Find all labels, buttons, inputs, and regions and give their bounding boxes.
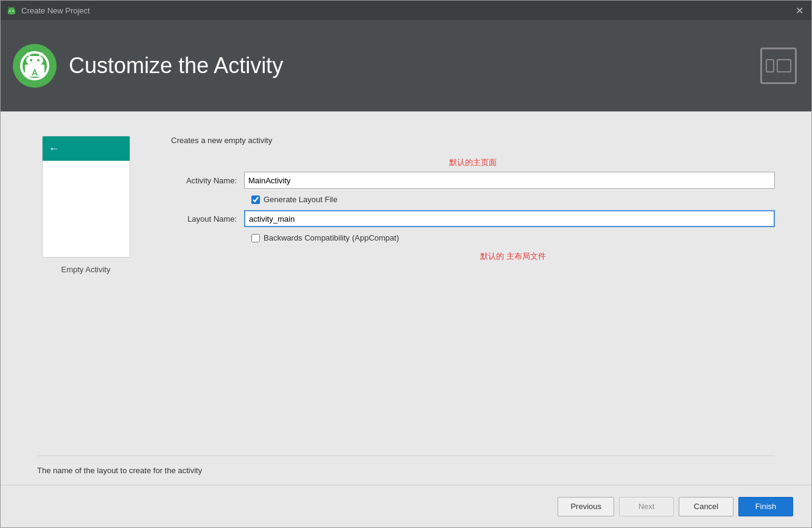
generate-layout-row: Generate Layout File: [251, 195, 775, 204]
header-title: Customize the Activity: [69, 53, 283, 79]
svg-rect-13: [26, 56, 43, 65]
back-arrow-icon: ←: [49, 143, 60, 155]
title-bar: Create New Project ✕: [1, 1, 811, 20]
svg-point-2: [10, 10, 11, 12]
layout-name-input[interactable]: [244, 210, 775, 227]
form-panel: Creates a new empty activity 默认的主页面 Acti…: [171, 136, 775, 431]
footer: Previous Next Cancel Finish: [1, 485, 811, 527]
preview-panel: ← Empty Activity: [37, 136, 135, 431]
backwards-compat-row: Backwards Compatibility (AppCompat): [251, 233, 775, 242]
close-icon[interactable]: ✕: [793, 5, 805, 16]
description-bottom-text: The name of the layout to create for the…: [37, 466, 202, 475]
activity-name-input[interactable]: [244, 172, 775, 189]
svg-point-15: [37, 59, 40, 62]
preview-label: Empty Activity: [61, 265, 111, 274]
form-description: Creates a new empty activity: [171, 136, 775, 145]
tooltip-layout: 默认的 主布局文件: [251, 251, 775, 262]
backwards-compat-label: Backwards Compatibility (AppCompat): [264, 233, 399, 242]
phone-preview: ←: [42, 136, 130, 258]
previous-button[interactable]: Previous: [558, 497, 614, 516]
svg-point-3: [13, 10, 14, 12]
header: A Customize the Activity: [1, 20, 811, 111]
main-content: ← Empty Activity Creates a new empty act…: [1, 111, 811, 485]
svg-rect-1: [8, 10, 15, 14]
generate-layout-checkbox[interactable]: [251, 195, 260, 204]
main-window: Create New Project ✕ A Customize the Act…: [0, 0, 812, 528]
svg-line-5: [13, 7, 15, 9]
android-title-icon: [7, 5, 16, 15]
svg-text:A: A: [32, 68, 38, 77]
backwards-compat-checkbox[interactable]: [251, 234, 260, 242]
layout-name-label: Layout Name:: [171, 214, 244, 224]
android-studio-logo: A: [13, 44, 57, 88]
next-button[interactable]: Next: [619, 497, 674, 516]
activity-name-row: Activity Name:: [171, 172, 775, 189]
cancel-button[interactable]: Cancel: [679, 497, 733, 516]
title-bar-text: Create New Project: [21, 6, 793, 15]
tablet-icon: [777, 59, 791, 72]
svg-line-4: [9, 7, 10, 9]
generate-layout-label: Generate Layout File: [264, 195, 337, 204]
tooltip-main: 默认的主页面: [171, 157, 775, 168]
layout-name-row: Layout Name:: [171, 210, 775, 227]
activity-name-label: Activity Name:: [171, 176, 244, 185]
device-preview-icon: [760, 48, 797, 84]
phone-preview-header: ←: [43, 136, 130, 161]
description-bottom: The name of the layout to create for the…: [1, 456, 811, 485]
form-area: ← Empty Activity Creates a new empty act…: [1, 111, 811, 456]
phone-icon: [766, 59, 774, 72]
finish-button[interactable]: Finish: [738, 497, 793, 516]
svg-point-14: [30, 59, 32, 62]
